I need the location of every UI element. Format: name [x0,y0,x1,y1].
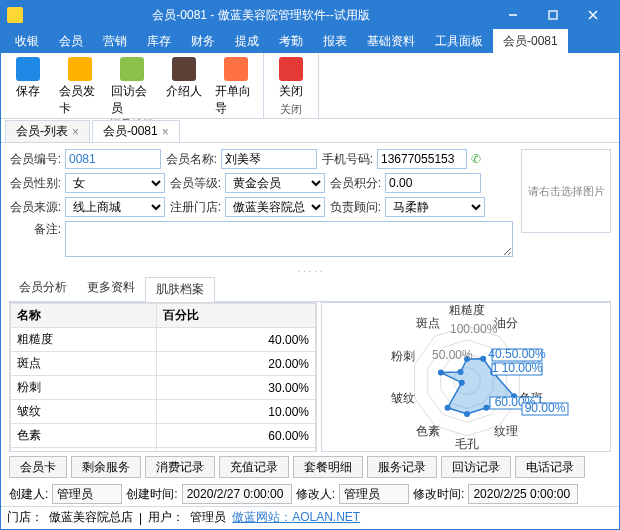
inner-tabs: 会员分析更多资料肌肤档案 [9,276,611,302]
ribbon-group-label: 关闭 [270,102,312,118]
svg-text:斑点: 斑点 [416,316,440,330]
ribbon-icon [68,57,92,81]
ribbon-label: 介绍人 [166,83,202,100]
inner-tab[interactable]: 会员分析 [9,276,77,301]
svg-text:色素: 色素 [416,424,440,438]
menu-item[interactable]: 考勤 [269,29,313,53]
ribbon-button[interactable]: 会员发卡 [59,57,101,117]
table-row[interactable]: 斑点20.00% [11,352,316,376]
svg-text:纹理: 纹理 [494,424,518,438]
ribbon-icon [172,57,196,81]
ribbon-button[interactable]: 开单向导 [215,57,257,117]
table-row[interactable]: 色素60.00% [11,424,316,448]
svg-text:1 10.00%: 1 10.00% [492,361,543,375]
record-button[interactable]: 剩余服务 [71,456,141,478]
record-button[interactable]: 回访记录 [441,456,511,478]
svg-text:毛孔: 毛孔 [455,437,479,451]
skin-data-grid[interactable]: 名称百分比粗糙度40.00%斑点20.00%粉刺30.00%皱纹10.00%色素… [9,302,317,452]
sex-select[interactable]: 女 [65,173,165,193]
menu-item[interactable]: 营销 [93,29,137,53]
menu-item[interactable]: 库存 [137,29,181,53]
member-id-input[interactable] [65,149,161,169]
menu-item[interactable]: 财务 [181,29,225,53]
menu-item[interactable]: 基础资料 [357,29,425,53]
label: 会员积分: [329,175,381,192]
close-icon[interactable]: × [162,125,169,139]
close-icon[interactable]: × [72,125,79,139]
menubar: 收银会员营销库存财务提成考勤报表基础资料工具面板会员-0081 [1,29,619,53]
menu-item[interactable]: 工具面板 [425,29,493,53]
source-select[interactable]: 线上商城 [65,197,165,217]
label: 注册门店: [169,199,221,216]
shop-select[interactable]: 傲蓝美容院总店 [225,197,325,217]
divider: . . . . . [1,263,619,274]
ribbon-icon [279,57,303,81]
grade-select[interactable]: 黄金会员 [225,173,325,193]
col-header[interactable]: 百分比 [156,304,315,328]
svg-point-28 [458,369,464,375]
table-row[interactable]: 毛孔60.00% [11,448,316,453]
label: 会员编号: [9,151,61,168]
ribbon-icon [224,57,248,81]
ribbon-button[interactable]: 保存 [7,57,49,100]
col-header[interactable]: 名称 [11,304,157,328]
phone-icon[interactable]: ✆ [471,152,481,166]
ribbon-button[interactable]: 关闭 [270,57,312,100]
document-tabs: 会员-列表×会员-0081× [1,119,619,143]
phone-input[interactable] [377,149,467,169]
svg-point-24 [459,380,465,386]
record-button[interactable]: 充值记录 [219,456,289,478]
close-button[interactable] [573,1,613,29]
svg-point-26 [438,370,444,376]
menu-item[interactable]: 会员-0081 [493,29,568,53]
titlebar: 会员-0081 - 傲蓝美容院管理软件--试用版 [1,1,619,29]
svg-text:粗糙度: 粗糙度 [449,303,485,317]
doc-tab[interactable]: 会员-列表× [5,120,90,142]
label: 修改时间: [413,486,464,503]
label: 手机号码: [321,151,373,168]
label: 创建时间: [126,486,177,503]
maximize-button[interactable] [533,1,573,29]
svg-text:100.00%: 100.00% [450,322,498,336]
menu-item[interactable]: 提成 [225,29,269,53]
remark-input[interactable] [65,221,513,257]
audit-row: 创建人: 管理员 创建时间: 2020/2/27 0:00:00 修改人: 管理… [1,482,619,506]
svg-text:50.00%: 50.00% [432,348,473,362]
window-title: 会员-0081 - 傲蓝美容院管理软件--试用版 [29,7,493,24]
svg-rect-1 [549,11,557,19]
table-row[interactable]: 粉刺30.00% [11,376,316,400]
record-button[interactable]: 服务记录 [367,456,437,478]
website-link[interactable]: 傲蓝网站：AOLAN.NET [232,509,360,526]
doc-tab[interactable]: 会员-0081× [92,120,180,142]
menu-item[interactable]: 报表 [313,29,357,53]
label: 负责顾问: [329,199,381,216]
ribbon-button[interactable]: 回访会员 [111,57,153,117]
label: 用户： [148,509,184,526]
svg-text:油分: 油分 [494,316,518,330]
table-row[interactable]: 粗糙度40.00% [11,328,316,352]
svg-point-12 [480,356,486,362]
record-button[interactable]: 套餐明细 [293,456,363,478]
ribbon-icon [16,57,40,81]
label: 门店： [7,509,43,526]
ribbon-button[interactable]: 介绍人 [163,57,205,100]
menu-item[interactable]: 会员 [49,29,93,53]
photo-placeholder[interactable]: 请右击选择图片 [521,149,611,233]
record-button[interactable]: 会员卡 [9,456,67,478]
manager-select[interactable]: 马柔静 [385,197,485,217]
ribbon-icon [120,57,144,81]
inner-tab[interactable]: 更多资料 [77,276,145,301]
points-input[interactable] [385,173,481,193]
table-row[interactable]: 皱纹10.00% [11,400,316,424]
menu-item[interactable]: 收银 [5,29,49,53]
record-button[interactable]: 消费记录 [145,456,215,478]
ribbon-label: 保存 [16,83,40,100]
record-button[interactable]: 电话记录 [515,456,585,478]
minimize-button[interactable] [493,1,533,29]
modifier-field: 管理员 [339,484,409,504]
label: 备注: [9,221,61,238]
label: 会员性别: [9,175,61,192]
member-name-input[interactable] [221,149,317,169]
inner-tab[interactable]: 肌肤档案 [145,277,215,302]
svg-text:90.00%: 90.00% [525,401,566,415]
